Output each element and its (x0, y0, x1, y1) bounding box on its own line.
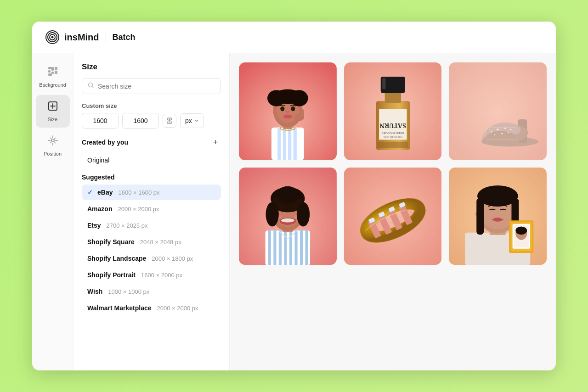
logo-icon (45, 30, 60, 45)
woman1-svg (239, 62, 337, 160)
svg-point-52 (504, 128, 506, 129)
svg-rect-18 (288, 127, 291, 160)
image-card-woman2 (239, 168, 337, 265)
image-card-woman1 (239, 62, 337, 160)
shopify-landscape-dims: 2000 × 1800 px (152, 255, 193, 262)
original-label: Original (87, 157, 109, 164)
suggested-label: Suggested (82, 174, 221, 181)
add-custom-size-button[interactable]: + (210, 137, 221, 148)
perfume-svg: SATURN NUDE BOUQUET PARFUM DE LUXE (344, 62, 442, 160)
unit-selector[interactable]: px (180, 113, 204, 128)
svg-point-55 (501, 133, 503, 134)
svg-rect-7 (51, 72, 54, 74)
svg-rect-10 (48, 73, 52, 76)
logo-area: insMind (45, 30, 99, 45)
batch-title: Batch (113, 33, 136, 42)
ring-svg (344, 168, 442, 265)
custom-size-row: px (82, 113, 221, 129)
ebay-name: eBay (97, 189, 113, 196)
size-option-shopify-square[interactable]: Shopify Square 2048 × 2048 px (82, 234, 221, 250)
created-by-row: Created by you + (82, 137, 221, 148)
shoe-svg (449, 62, 547, 160)
sidebar-position-label: Position (44, 151, 62, 157)
woman2-svg (239, 168, 337, 265)
height-input[interactable] (122, 113, 159, 129)
search-size-input[interactable] (98, 83, 215, 90)
svg-text:NUDE BOUQUET: NUDE BOUQUET (382, 132, 404, 135)
sidebar: Background Size (32, 53, 74, 370)
svg-point-12 (51, 139, 54, 142)
svg-rect-8 (55, 67, 57, 70)
svg-point-50 (491, 131, 493, 133)
svg-rect-66 (294, 230, 297, 265)
custom-size-label: Custom size (82, 102, 221, 109)
svg-rect-68 (305, 230, 308, 265)
svg-point-80 (277, 186, 300, 204)
svg-point-98 (493, 218, 502, 222)
size-option-etsy[interactable]: Etsy 2700 × 2025 px (82, 218, 221, 233)
logo-text: insMind (64, 32, 99, 43)
image-card-woman3 (449, 168, 547, 265)
sidebar-item-position[interactable]: Position (36, 129, 70, 162)
shopify-square-name: Shopify Square (87, 238, 135, 246)
size-option-shopify-landscape[interactable]: Shopify Landscape 2000 × 1800 px (82, 251, 221, 266)
svg-point-107 (516, 226, 527, 235)
svg-point-51 (497, 129, 498, 130)
sidebar-item-background[interactable]: Background (36, 61, 70, 93)
content-area: SATURN NUDE BOUQUET PARFUM DE LUXE (230, 53, 556, 370)
svg-point-58 (514, 130, 515, 132)
created-by-label: Created by you (82, 139, 128, 146)
panel-title: Size (82, 62, 221, 72)
app-header: insMind Batch (32, 22, 556, 53)
svg-rect-64 (284, 230, 287, 265)
svg-point-3 (51, 36, 54, 39)
svg-rect-61 (268, 230, 271, 265)
svg-rect-63 (279, 230, 282, 265)
shopify-portrait-dims: 1600 × 2000 px (141, 272, 182, 279)
check-icon: ✓ (87, 189, 93, 196)
svg-point-34 (273, 89, 302, 104)
svg-point-78 (266, 202, 278, 226)
svg-rect-44 (382, 78, 385, 90)
svg-rect-16 (277, 127, 281, 160)
search-size-box[interactable] (82, 78, 221, 94)
svg-text:SATURN: SATURN (379, 122, 406, 129)
original-size-option[interactable]: Original (82, 152, 221, 168)
shopify-square-dims: 2048 × 2048 px (140, 239, 181, 246)
svg-point-26 (281, 107, 283, 110)
svg-rect-45 (377, 142, 408, 148)
suggested-sizes-list: ✓ eBay 1600 × 1600 px Amazon 2000 × 2000… (82, 185, 221, 316)
size-option-wish[interactable]: Wish 1000 × 1000 px (82, 284, 221, 299)
svg-point-53 (510, 129, 512, 130)
position-icon (47, 135, 58, 149)
size-option-walmart[interactable]: Walmart Marketplace 2000 × 2000 px (82, 300, 221, 316)
svg-rect-4 (48, 67, 52, 69)
wish-dims: 1000 × 1000 px (108, 288, 149, 295)
woman3-svg (449, 168, 547, 265)
shopify-landscape-name: Shopify Landscape (87, 255, 146, 262)
etsy-name: Etsy (87, 222, 101, 229)
shopify-portrait-name: Shopify Portrait (87, 271, 136, 279)
svg-rect-9 (55, 71, 57, 74)
svg-point-57 (489, 129, 491, 130)
image-card-shoe (449, 62, 547, 160)
svg-point-73 (281, 218, 294, 222)
svg-point-56 (508, 132, 509, 133)
sidebar-item-size[interactable]: Size (36, 95, 70, 128)
image-card-ring (344, 168, 442, 265)
link-dimensions-button[interactable] (163, 114, 176, 128)
width-input[interactable] (82, 113, 119, 129)
svg-point-27 (283, 114, 292, 118)
size-option-amazon[interactable]: Amazon 2000 × 2000 px (82, 201, 221, 217)
svg-rect-6 (51, 67, 54, 71)
svg-rect-17 (283, 127, 286, 160)
ebay-dims: 1600 × 1600 px (118, 189, 159, 196)
unit-value: px (185, 117, 192, 124)
image-grid: SATURN NUDE BOUQUET PARFUM DE LUXE (239, 62, 547, 265)
size-option-ebay[interactable]: ✓ eBay 1600 × 1600 px (82, 185, 221, 200)
size-option-shopify-portrait[interactable]: Shopify Portrait 1600 × 2000 px (82, 267, 221, 283)
svg-rect-60 (266, 230, 310, 265)
walmart-name: Walmart Marketplace (87, 304, 152, 312)
svg-rect-101 (477, 198, 484, 235)
size-icon (47, 101, 58, 114)
